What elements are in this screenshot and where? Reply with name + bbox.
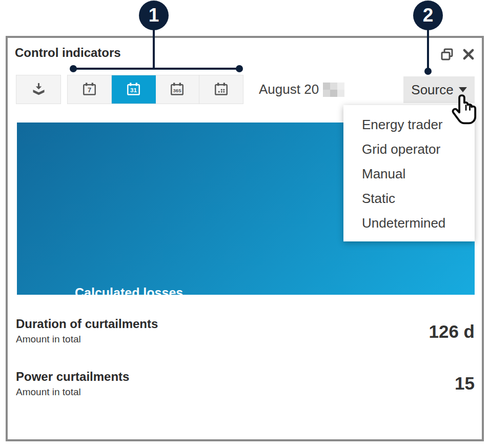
hand-pointer-cursor <box>449 93 480 127</box>
annotation-step-2-badge: 2 <box>413 1 443 30</box>
period-button-group: 7 31 365 <box>67 75 243 104</box>
screenshot-stage: 1 2 Control indicators <box>0 0 489 448</box>
annotation-step-1-number: 1 <box>149 5 159 26</box>
annotation-step-1-right-dot <box>236 65 243 72</box>
svg-text:365: 365 <box>173 88 182 93</box>
power-curtailments-title: Power curtailments <box>16 370 129 384</box>
losses-card-title: Calculated losses <box>75 286 183 300</box>
selected-period-text: August 20 <box>259 82 319 97</box>
download-icon <box>30 81 47 98</box>
period-31-days-button[interactable]: 31 <box>112 75 156 104</box>
period-custom-range-button[interactable] <box>199 75 243 104</box>
svg-text:7: 7 <box>88 86 91 94</box>
menu-item-grid-operator[interactable]: Grid operator <box>343 137 475 161</box>
duration-curtailments-title: Duration of curtailments <box>16 317 158 331</box>
period-7-days-button[interactable]: 7 <box>68 75 112 104</box>
calendar-7-icon: 7 <box>82 82 97 97</box>
source-button-label: Source <box>411 82 453 98</box>
close-icon[interactable] <box>461 47 477 63</box>
annotation-step-2-dot <box>424 68 432 75</box>
annotation-step-1-span-line <box>73 68 239 70</box>
selected-period-label: August 20 <box>259 75 344 104</box>
redacted-year-blur <box>323 83 344 97</box>
power-curtailments-subtitle: Amount in total <box>16 386 81 398</box>
calendar-custom-range-icon <box>213 82 229 97</box>
download-button[interactable] <box>16 75 61 104</box>
duration-curtailments-subtitle: Amount in total <box>16 334 81 345</box>
menu-item-undetermined[interactable]: Undetermined <box>343 211 475 235</box>
annotation-step-1-badge: 1 <box>139 1 169 30</box>
menu-item-static[interactable]: Static <box>343 186 475 211</box>
duplicate-window-glyph <box>439 47 455 62</box>
annotation-step-2-number: 2 <box>423 5 434 26</box>
menu-item-manual[interactable]: Manual <box>343 161 475 186</box>
panel-title: Control indicators <box>15 46 121 60</box>
power-curtailments-value: 15 <box>455 373 475 394</box>
hand-pointer-glyph <box>449 93 480 127</box>
duplicate-window-icon[interactable] <box>439 47 455 62</box>
svg-text:31: 31 <box>130 87 137 93</box>
period-365-days-button[interactable]: 365 <box>156 75 200 104</box>
annotation-step-1-left-dot <box>70 65 77 72</box>
calendar-365-icon: 365 <box>169 82 185 97</box>
duration-curtailments-value: 126 d <box>429 321 475 342</box>
calendar-31-icon: 31 <box>126 82 141 97</box>
annotation-step-2-stem-line <box>427 29 429 70</box>
close-glyph <box>461 47 476 62</box>
annotation-step-1-stem-line <box>153 29 155 69</box>
chevron-down-icon <box>459 87 467 92</box>
